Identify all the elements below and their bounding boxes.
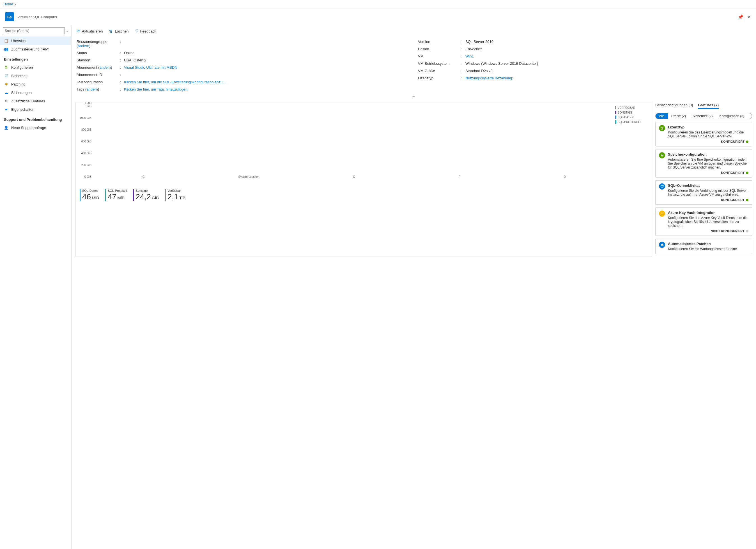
sidebar-item-label: Zugriffssteuerung (IAM) (11, 47, 49, 51)
sidebar-item[interactable]: ⚙Zusätzliche Features (0, 97, 71, 105)
property-row: IP-Konfiguration:Klicken Sie hier, um di… (77, 79, 410, 86)
stat-label: Sonstige (135, 189, 159, 192)
stat-label: SQL-Daten (82, 189, 99, 192)
property-row: VM-Größe:Standard D2s v3 (418, 67, 751, 75)
property-label: Ressourcengruppe (ändern) : (77, 40, 120, 48)
property-label: VM-Größe (418, 69, 461, 73)
stat-item: SQL-Protokoll47MiB (105, 189, 127, 201)
sidebar-item[interactable]: ⚙Konfigurieren (0, 63, 71, 72)
property-value (124, 73, 410, 77)
sidebar-item[interactable]: ✱Patching (0, 80, 71, 88)
card-icon: $ (659, 125, 665, 131)
property-label: Edition (418, 47, 461, 51)
toolbar: ⟳Aktualisieren 🗑Löschen ♡Feedback (72, 25, 756, 37)
card-description: Automatisieren Sie Ihre Speicherkonfigur… (668, 158, 748, 169)
sidebar: « 📋Übersicht👥Zugriffssteuerung (IAM) Ein… (0, 25, 72, 549)
stat-unit: MiB (117, 196, 125, 200)
feature-card[interactable]: 🛡SQL-KonnektivitätKonfigurieren Sie die … (655, 180, 752, 205)
property-link[interactable]: Visual Studio Ultimate mit MSDN (124, 65, 177, 70)
sidebar-item[interactable]: 👥Zugriffssteuerung (IAM) (0, 45, 71, 53)
page-header: SQL Virtueller SQL-Computer 📌 ✕ (0, 8, 756, 25)
collapse-sidebar-icon[interactable]: « (66, 29, 68, 33)
stat-item: Sonstige24,2GiB (133, 189, 159, 201)
card-icon: 🛡 (659, 183, 665, 190)
legend-item: SQL-PROTOKOLL (615, 120, 647, 124)
y-tick-label: 1.200 GiB (80, 102, 93, 108)
legend-item: SQL-DATEN (615, 116, 647, 119)
property-row: Status:Online (77, 49, 410, 57)
sidebar-item[interactable]: 📋Übersicht (0, 36, 71, 45)
property-row: Abonnement (ändern):Visual Studio Ultima… (77, 64, 410, 71)
property-value: SQL Server 2019 (465, 40, 751, 44)
filter-pill[interactable]: Sicherheit (2) (689, 113, 716, 119)
feature-filter-pills: AllePreise (2)Sicherheit (2)Konfiguratio… (655, 113, 752, 119)
stat-unit: MiB (92, 196, 99, 200)
legend-label: VERFÜGBAR (618, 106, 635, 109)
property-link[interactable]: Klicken Sie hier, um Tags hinzuzufügen. (124, 87, 189, 91)
property-value: Standard D2s v3 (465, 69, 751, 73)
property-link[interactable]: Nutzungsbasierte Bezahlung: (465, 76, 513, 80)
change-link[interactable]: ändern (86, 87, 98, 91)
feedback-button[interactable]: ♡Feedback (135, 29, 156, 34)
change-link[interactable]: ändern (78, 44, 89, 48)
collapse-props-icon[interactable]: ︽ (72, 93, 756, 99)
property-link[interactable]: Win1 (465, 54, 474, 58)
filter-pill[interactable]: Alle (656, 113, 668, 119)
property-value (124, 40, 410, 48)
property-row: VM:Win1 (418, 53, 751, 60)
sidebar-item-label: Sicherheit (11, 74, 27, 78)
y-tick-label: 400 GiB (80, 152, 93, 155)
change-link[interactable]: ändern (100, 65, 111, 70)
y-tick-label: 0 GiB (80, 175, 93, 178)
property-row: Edition:Entwickler (418, 45, 751, 53)
feature-card[interactable]: $LizenztypKonfigurieren Sie das Lizenzie… (655, 122, 752, 146)
card-icon: ≋ (659, 152, 665, 159)
status-dot-icon (746, 199, 748, 201)
stat-item: SQL-Daten46MiB (80, 189, 99, 201)
bar-column: F (454, 174, 465, 178)
property-value: Klicken Sie hier, um die SQL-Erweiterung… (124, 80, 410, 84)
sidebar-item[interactable]: 👤Neue Supportanfrage (0, 123, 71, 132)
status-dot-icon (746, 141, 748, 143)
property-label: Abonnement (ändern) (77, 65, 120, 70)
card-icon: 🔑 (659, 211, 665, 217)
nav-icon: 👤 (4, 125, 8, 130)
sidebar-item-label: Sicherungen (11, 91, 32, 95)
bar-column: Systemreserviert (243, 174, 255, 178)
property-link[interactable]: Klicken Sie hier, um die SQL-Erweiterung… (124, 80, 226, 84)
legend-item: VERFÜGBAR (615, 106, 647, 109)
stat-label: SQL-Protokoll (108, 189, 127, 192)
delete-button[interactable]: 🗑Löschen (109, 29, 128, 34)
feature-card[interactable]: 🔑Azure Key Vault-IntegrationKonfiguriere… (655, 208, 752, 236)
property-value: Visual Studio Ultimate mit MSDN (124, 65, 410, 70)
tab-features[interactable]: Features (7) (698, 103, 719, 109)
status-dot-icon (746, 230, 748, 233)
sidebar-item-label: Konfigurieren (11, 65, 33, 70)
property-label: Abonnement-ID (77, 73, 120, 77)
card-description: Konfigurieren Sie das Lizenzierungsmodel… (668, 130, 748, 138)
close-icon[interactable]: ✕ (747, 14, 751, 20)
filter-pill[interactable]: Preise (2) (668, 113, 689, 119)
sidebar-item[interactable]: ≡Eigenschaften (0, 105, 71, 114)
sidebar-item[interactable]: 🛡Sicherheit (0, 72, 71, 80)
feature-card[interactable]: ≋SpeicherkonfigurationAutomatisieren Sie… (655, 149, 752, 178)
tab-notifications[interactable]: Benachrichtigungen (0) (655, 103, 693, 109)
nav-icon: 👥 (4, 47, 8, 51)
pin-icon[interactable]: 📌 (738, 14, 743, 20)
feature-card[interactable]: ✱Automatisiertes PatchenKonfigurieren Si… (655, 239, 752, 254)
property-label: VM-Betriebssystem (418, 61, 461, 66)
sidebar-item[interactable]: ☁Sicherungen (0, 88, 71, 97)
stat-value: 2,1TiB (167, 192, 185, 201)
breadcrumb-home[interactable]: Home (3, 2, 13, 6)
bar-category-label: D (564, 175, 566, 178)
refresh-button[interactable]: ⟳Aktualisieren (77, 29, 103, 34)
nav-icon: ✱ (4, 82, 8, 86)
legend-label: SQL-PROTOKOLL (618, 121, 641, 124)
card-title: SQL-Konnektivität (668, 183, 748, 188)
property-label: Standort (77, 58, 120, 63)
search-input[interactable] (3, 27, 65, 34)
filter-pill[interactable]: Konfiguration (3) (716, 113, 748, 119)
y-tick-label: 200 GiB (80, 164, 93, 167)
card-icon: ✱ (659, 242, 665, 248)
bar-column: C (348, 174, 360, 178)
